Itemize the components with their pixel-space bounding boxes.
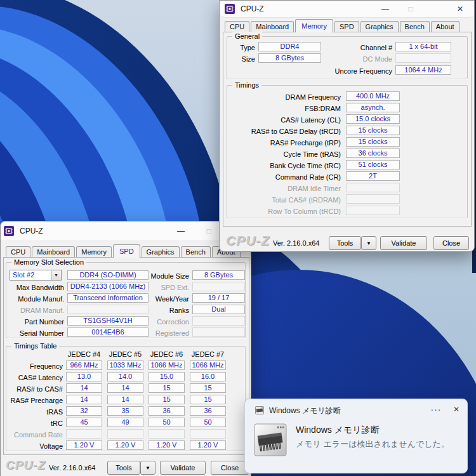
- channel-label: Channel #: [341, 43, 392, 52]
- memory-window-titlebar[interactable]: CPU-Z — □ ✕: [220, 1, 474, 18]
- minimize-button[interactable]: —: [374, 1, 396, 17]
- tab-spd[interactable]: SPD: [113, 244, 140, 258]
- cell: 966 MHz: [66, 360, 102, 370]
- table-row: Frequency 966 MHz 1033 MHz 1066 MHz 1066…: [1, 360, 251, 371]
- tab-bar: CPU Mainboard Memory SPD Graphics Bench …: [225, 18, 461, 32]
- close-window-button[interactable]: Close: [211, 461, 249, 475]
- uncore-label: Uncore Frequency: [322, 67, 392, 76]
- table-row: Command Rate: [1, 429, 251, 439]
- timing-value: [346, 194, 400, 204]
- cell: 15: [190, 395, 226, 404]
- cell: 1033 MHz: [107, 360, 143, 370]
- chevron-down-icon: ▼: [145, 465, 150, 471]
- cell: 14: [107, 383, 143, 393]
- tools-dropdown-button[interactable]: ▼: [140, 461, 155, 475]
- version-text: Ver. 2.16.0.x64: [273, 239, 319, 247]
- slot-select-value: Slot #2: [10, 270, 51, 280]
- serial-number-label: Serial Number: [6, 329, 64, 338]
- row-label: RAS# to CAS#: [6, 385, 63, 393]
- module-size-label: Module Size: [149, 272, 189, 281]
- validate-button[interactable]: Validate: [160, 461, 206, 475]
- tools-button[interactable]: Tools: [329, 236, 361, 250]
- column-header: JEDEC #4: [66, 350, 102, 358]
- memory-diagnostic-toast[interactable]: Windows メモリ診断 ··· ✕: [244, 399, 468, 473]
- spd-window-titlebar[interactable]: CPU-Z — □: [1, 221, 251, 241]
- ranks-value: Dual: [192, 305, 245, 314]
- cell: 45: [66, 418, 102, 427]
- part-number-label: Part Number: [6, 317, 64, 326]
- serial-number-value: 0014E4B6: [67, 327, 149, 337]
- cell: 14: [107, 395, 143, 404]
- cell: 14: [66, 395, 102, 404]
- toast-heading: Windows メモリ診断: [296, 425, 380, 436]
- slot-select-dropdown[interactable]: Slot #2 ▼: [10, 270, 62, 281]
- tab-mainboard[interactable]: Mainboard: [32, 246, 75, 258]
- dram-manuf-label: DRAM Manuf.: [6, 306, 64, 315]
- dropdown-arrow-button[interactable]: ▼: [51, 270, 61, 280]
- week-year-label: Week/Year: [149, 294, 189, 303]
- cell: 1066 MHz: [190, 360, 226, 370]
- timing-row: Bank Cycle Time (tRC) 51 clocks: [220, 160, 474, 170]
- tools-button[interactable]: Tools: [107, 461, 140, 475]
- table-row: CAS# Latency 13.0 14.0 15.0 16.0: [1, 372, 251, 382]
- tab-spd[interactable]: SPD: [334, 21, 359, 32]
- cell: 50: [190, 418, 226, 427]
- row-label: tRC: [6, 419, 63, 428]
- table-row: tRC 45 49 50 50: [1, 418, 251, 428]
- more-options-button[interactable]: ···: [428, 402, 444, 417]
- tab-about[interactable]: About: [431, 21, 459, 32]
- maximize-button[interactable]: □: [198, 223, 220, 239]
- cell: 1.20 V: [107, 440, 143, 450]
- tab-mainboard[interactable]: Mainboard: [251, 21, 294, 32]
- cell: 1.20 V: [149, 440, 185, 450]
- slot-selection-legend: Memory Slot Selection: [11, 258, 86, 267]
- cell: [66, 429, 102, 439]
- ranks-label: Ranks: [149, 306, 189, 315]
- size-value: 8 GBytes: [258, 53, 321, 63]
- validate-button[interactable]: Validate: [380, 236, 427, 250]
- close-window-button[interactable]: Close: [433, 236, 469, 250]
- timing-label: DRAM Frequency: [227, 93, 341, 102]
- cell: 32: [66, 406, 102, 416]
- timing-value: 15.0 clocks: [346, 114, 400, 124]
- tab-memory[interactable]: Memory: [295, 19, 333, 32]
- window-title: CPU-Z: [20, 227, 43, 235]
- timing-row: Command Rate (CR) 2T: [220, 171, 474, 182]
- toast-close-button[interactable]: ✕: [448, 402, 465, 417]
- timing-label: Row To Column (tRCD): [227, 207, 341, 216]
- tab-cpu[interactable]: CPU: [225, 21, 249, 32]
- table-row: RAS# to CAS# 14 14 15 15: [1, 383, 251, 393]
- tab-graphics[interactable]: Graphics: [142, 246, 180, 258]
- cell: 1066 MHz: [149, 360, 185, 370]
- cell: 15: [149, 395, 185, 404]
- window-title: CPU-Z: [241, 4, 264, 13]
- timings-table-legend: Timings Table: [11, 341, 59, 350]
- tab-bench[interactable]: Bench: [400, 21, 430, 32]
- type-value: DDR4: [258, 42, 321, 51]
- version-text: Ver. 2.16.0.x64: [49, 464, 95, 472]
- cpuz-app-icon: [225, 4, 235, 14]
- timing-row: Total CAS# (tRDRAM): [220, 194, 474, 204]
- tab-memory[interactable]: Memory: [76, 246, 112, 258]
- timing-value: 400.0 MHz: [346, 91, 400, 101]
- maximize-button[interactable]: □: [400, 1, 421, 17]
- tab-cpu[interactable]: CPU: [6, 246, 30, 258]
- cell: 36: [149, 406, 185, 416]
- cell: 1.20 V: [190, 440, 226, 450]
- module-size-value: 8 GBytes: [192, 270, 245, 280]
- close-button[interactable]: ✕: [449, 1, 471, 17]
- tools-dropdown-button[interactable]: ▼: [361, 236, 376, 250]
- row-label: Voltage: [6, 442, 63, 451]
- timing-value: 2T: [346, 171, 400, 181]
- table-header-row: JEDEC #4 JEDEC #5 JEDEC #6 JEDEC #7: [1, 350, 251, 360]
- tab-bench[interactable]: Bench: [181, 246, 211, 258]
- row-label: tRAS: [6, 407, 63, 416]
- minimize-button[interactable]: —: [170, 223, 192, 239]
- cell: 15.0: [149, 372, 185, 381]
- tab-graphics[interactable]: Graphics: [360, 21, 399, 32]
- timing-value: 15 clocks: [346, 137, 400, 147]
- spd-ext-value: [192, 282, 245, 291]
- timing-row: Cycle Time (tRAS) 36 clocks: [220, 149, 474, 159]
- timing-label: Bank Cycle Time (tRC): [227, 161, 341, 170]
- uncore-value: 1064.4 MHz: [395, 65, 451, 75]
